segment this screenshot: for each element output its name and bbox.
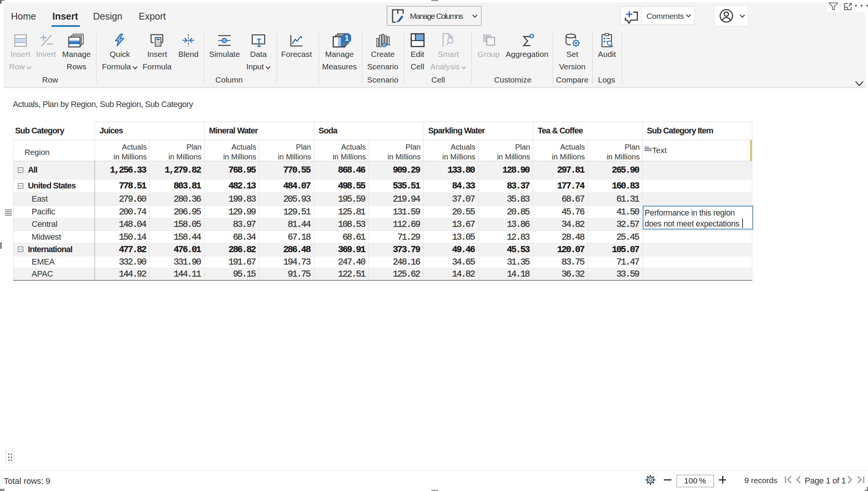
svg-text:1: 1	[345, 34, 349, 42]
